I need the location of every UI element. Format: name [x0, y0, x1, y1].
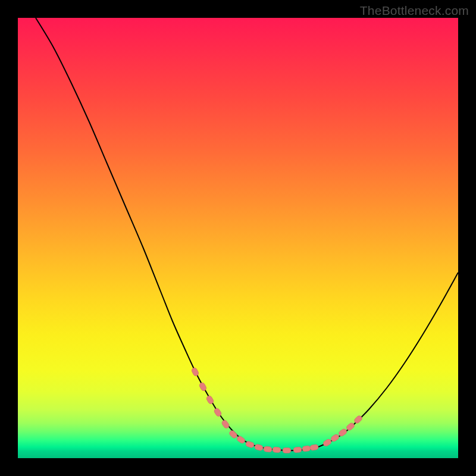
curve-dash-marker: [273, 447, 281, 453]
curve-dash-marker: [302, 446, 311, 452]
curve-dash-marker: [228, 430, 238, 439]
chart-stage: TheBottleneck.com: [0, 0, 476, 476]
curve-dash-marker: [236, 435, 246, 444]
curve-dash-marker: [283, 448, 291, 453]
curve-dash-marker: [254, 444, 264, 451]
curve-dash-marker: [322, 438, 333, 447]
curve-overlay: [18, 18, 458, 458]
attribution-text: TheBottleneck.com: [360, 4, 469, 18]
curve-dash-marker: [191, 367, 199, 377]
plot-area: [18, 18, 458, 458]
curve-dash-marker: [221, 419, 230, 430]
bottleneck-curve: [36, 18, 458, 450]
curve-dash-marker: [199, 382, 208, 392]
curve-dash-marker: [293, 447, 302, 453]
marker-group: [191, 367, 363, 453]
curve-dash-marker: [309, 444, 318, 450]
curve-dash-marker: [263, 446, 272, 453]
